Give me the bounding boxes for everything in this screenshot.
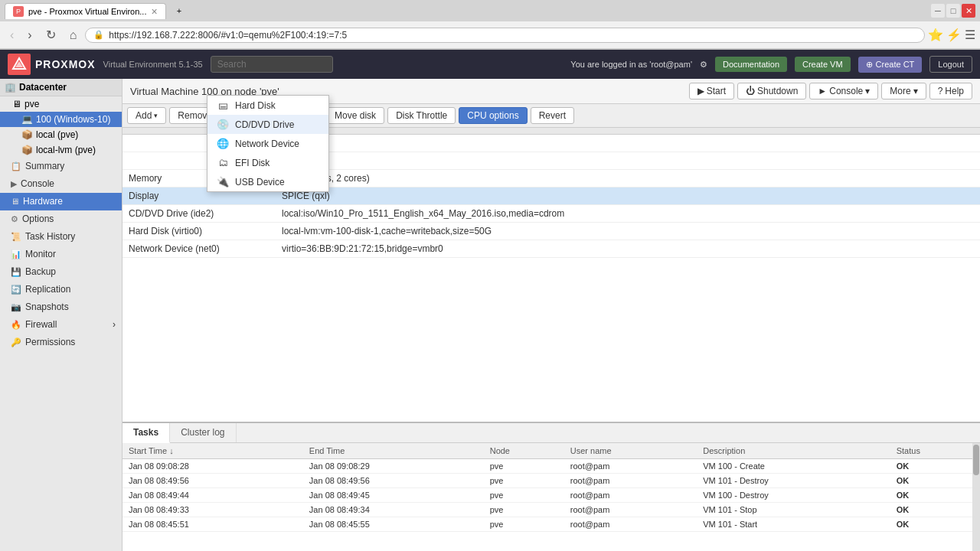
task-description: VM 100 - Destroy <box>697 488 890 503</box>
close-button[interactable]: ✕ <box>962 4 975 18</box>
sidebar-label-firewall: Firewall <box>25 319 57 330</box>
shutdown-button[interactable]: ⏻ Shutdown <box>737 83 806 99</box>
sidebar-item-hardware[interactable]: 🖥Hardware <box>0 193 122 210</box>
ssl-lock-icon: 🔒 <box>93 30 104 40</box>
maximize-button[interactable]: □ <box>946 4 960 18</box>
dropdown-item-hard-disk[interactable]: 🖴Hard Disk <box>207 96 328 115</box>
task-description: VM 101 - Start <box>697 517 890 532</box>
col-description[interactable]: Description <box>697 443 890 459</box>
col-end-time[interactable]: End Time <box>303 443 484 459</box>
scrollbar[interactable] <box>972 443 980 551</box>
forward-button[interactable]: › <box>22 27 37 44</box>
settings-icon[interactable]: ⚙ <box>700 60 707 70</box>
cluster-log-tab[interactable]: Cluster log <box>170 423 236 442</box>
sidebar-item-snapshots[interactable]: 📷Snapshots <box>0 298 122 316</box>
help-button[interactable]: ? Help <box>929 83 972 99</box>
sidebar-item-firewall[interactable]: 🔥Firewall› <box>0 316 122 334</box>
cpu-options-button[interactable]: CPU options <box>459 107 527 124</box>
dropdown-item-usb-device[interactable]: 🔌USB Device <box>207 172 328 191</box>
scrollbar-thumb[interactable] <box>973 445 979 475</box>
logout-button[interactable]: Logout <box>929 56 972 73</box>
sidebar-item-summary[interactable]: 📋Summary <box>0 158 122 175</box>
dropdown-item-network-device[interactable]: 🌐Network Device <box>207 134 328 153</box>
sidebar-item-task-history[interactable]: 📜Task History <box>0 228 122 246</box>
sidebar-label-snapshots: Snapshots <box>25 302 69 312</box>
hw-name-cell: CD/DVD Drive (ide2) <box>122 205 276 223</box>
vm-icon: 💻 <box>21 114 33 125</box>
reload-button[interactable]: ↻ <box>41 27 61 44</box>
sidebar-item-replication[interactable]: 🔄Replication <box>0 281 122 298</box>
minimize-button[interactable]: ─ <box>931 4 945 18</box>
sidebar-item-console[interactable]: ▶Console <box>0 175 122 193</box>
task-status: OK <box>890 459 980 474</box>
options-icon: ⚙ <box>11 214 18 224</box>
task-end: Jan 08 08:49:45 <box>303 488 484 503</box>
task-row[interactable]: Jan 08 08:49:56Jan 08 08:49:56pveroot@pa… <box>122 474 980 488</box>
sidebar-item-backup[interactable]: 💾Backup <box>0 263 122 281</box>
col-start-time[interactable]: Start Time ↓ <box>122 443 303 459</box>
hw-value-cell: 2.00 GiB <box>276 152 980 170</box>
new-tab-button[interactable]: + <box>169 4 192 18</box>
dropdown-item-cd-dvd-drive[interactable]: 💿CD/DVD Drive <box>207 115 328 134</box>
task-start: Jan 08 08:49:56 <box>122 474 303 488</box>
task-row[interactable]: Jan 08 09:08:28Jan 08 09:08:29pveroot@pa… <box>122 459 980 474</box>
sidebar-local[interactable]: 📦 local (pve) <box>0 127 122 142</box>
hw-value-cell: Default <box>276 135 980 152</box>
backup-icon: 💾 <box>11 267 21 277</box>
header-search-input[interactable] <box>211 56 333 73</box>
back-button[interactable]: ‹ <box>5 27 19 44</box>
sidebar-item-permissions[interactable]: 🔑Permissions <box>0 334 122 351</box>
header-right: You are logged in as 'root@pam' ⚙ Docume… <box>570 56 972 73</box>
sidebar-pve[interactable]: 🖥 pve <box>0 96 122 112</box>
start-button[interactable]: ▶ Start <box>689 83 734 99</box>
col-status[interactable]: Status <box>890 443 980 459</box>
proxmox-logo-text: PROXMOX <box>35 58 96 70</box>
sidebar-item-options[interactable]: ⚙Options <box>0 210 122 228</box>
local-label: local (pve) <box>36 129 78 140</box>
network-device-menu-icon: 🌐 <box>217 138 229 149</box>
table-row[interactable]: CD/DVD Drive (ide2)local:iso/Win10_Pro_1… <box>122 205 980 223</box>
disk-throttle-button[interactable]: Disk Throttle <box>387 107 456 124</box>
address-bar[interactable]: 🔒 https://192.168.7.222:8006/#v1:0=qemu%… <box>85 28 925 43</box>
task-description: VM 100 - Create <box>697 459 890 474</box>
home-button[interactable]: ⌂ <box>64 27 83 44</box>
permissions-icon: 🔑 <box>11 337 21 347</box>
sidebar-label-task-history: Task History <box>25 231 75 242</box>
task-start: Jan 08 08:45:51 <box>122 517 303 532</box>
documentation-button[interactable]: Documentation <box>715 57 787 72</box>
sidebar-label-console: Console <box>21 178 54 189</box>
sidebar-vm[interactable]: 💻 100 (Windows-10) <box>0 112 122 127</box>
add-dropdown-menu: 🖴Hard Disk💿CD/DVD Drive🌐Network Device🗂E… <box>207 95 329 192</box>
more-button[interactable]: More ▾ <box>881 83 926 99</box>
dropdown-item-efi-disk[interactable]: 🗂EFI Disk <box>207 153 328 172</box>
create-vm-button[interactable]: Create VM <box>795 57 851 72</box>
sidebar-item-monitor[interactable]: 📊Monitor <box>0 246 122 263</box>
extensions-button[interactable]: ⚡ <box>946 28 962 42</box>
move-disk-button[interactable]: Move disk <box>326 107 384 124</box>
add-button[interactable]: Add ▾ <box>127 107 166 124</box>
task-row[interactable]: Jan 08 08:45:51Jan 08 08:45:55pveroot@pa… <box>122 517 980 532</box>
console-button[interactable]: ► Console ▾ <box>809 83 878 99</box>
table-row[interactable]: Hard Disk (virtio0)local-lvm:vm-100-disk… <box>122 223 980 240</box>
col-user[interactable]: User name <box>564 443 697 459</box>
task-end: Jan 08 08:49:34 <box>303 503 484 517</box>
sidebar-datacenter[interactable]: 🏢 Datacenter <box>0 79 122 96</box>
tasks-tab[interactable]: Tasks <box>122 423 170 443</box>
menu-button[interactable]: ☰ <box>965 28 975 42</box>
task-history-icon: 📜 <box>11 232 21 242</box>
task-end: Jan 08 09:08:29 <box>303 459 484 474</box>
sidebar-local-lvm[interactable]: 📦 local-lvm (pve) <box>0 142 122 158</box>
bookmarks-button[interactable]: ⭐ <box>928 28 943 42</box>
tab-close-button[interactable]: × <box>151 6 157 17</box>
task-user: root@pam <box>564 503 697 517</box>
pve-icon: 🖥 <box>12 99 21 109</box>
hw-value-cell: 2 (1 sockets, 2 cores) <box>276 170 980 187</box>
browser-tab[interactable]: P pve - Proxmox Virtual Environ... × <box>5 3 166 19</box>
dropdown-label-cd-dvd-drive: CD/DVD Drive <box>235 119 294 130</box>
task-row[interactable]: Jan 08 08:49:33Jan 08 08:49:34pveroot@pa… <box>122 503 980 517</box>
col-node[interactable]: Node <box>484 443 564 459</box>
revert-button[interactable]: Revert <box>531 107 574 124</box>
create-ct-button[interactable]: ⊕ Create CT <box>858 57 923 73</box>
table-row[interactable]: Network Device (net0)virtio=36:BB:9D:21:… <box>122 240 980 258</box>
task-row[interactable]: Jan 08 08:49:44Jan 08 08:49:45pveroot@pa… <box>122 488 980 503</box>
